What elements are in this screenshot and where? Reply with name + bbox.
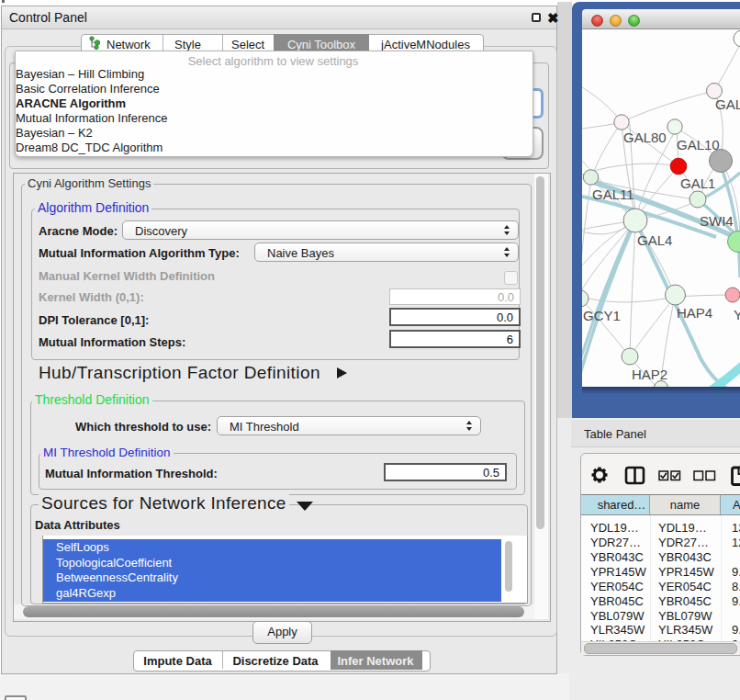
svg-text:HAP4: HAP4 [677, 305, 712, 321]
svg-text:GAL80: GAL80 [623, 130, 667, 145]
svg-text:GAL10: GAL10 [677, 137, 720, 152]
svg-text:GAL11: GAL11 [592, 186, 634, 202]
svg-text:GAL2: GAL2 [715, 96, 740, 112]
svg-text:GAL1: GAL1 [680, 175, 715, 191]
svg-text:HAP2: HAP2 [632, 367, 667, 382]
svg-text:SWI4: SWI4 [700, 213, 734, 229]
svg-text:GAL4: GAL4 [637, 232, 672, 248]
svg-text:GCY1: GCY1 [583, 308, 621, 323]
svg-text:YER: YER [734, 307, 740, 322]
